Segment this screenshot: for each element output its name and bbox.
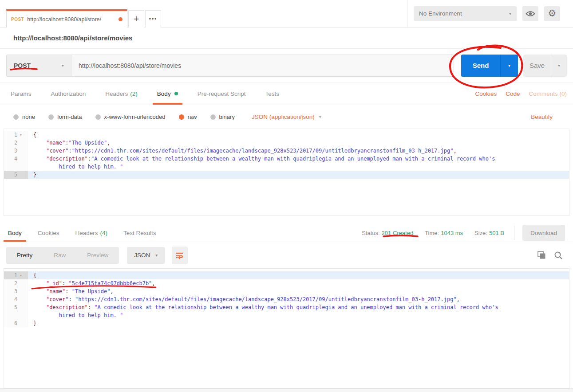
time-badge: Time:1043 ms	[425, 230, 463, 236]
open-request-tab[interactable]: POST http://localhost:8080/api/store/	[6, 9, 127, 27]
send-options-button[interactable]: ▾	[500, 55, 518, 77]
code-line: 6}	[4, 319, 569, 327]
body-type-raw[interactable]: raw	[179, 114, 197, 120]
url-builder-row: POST ▾ Send ▾ Save ▾	[0, 49, 573, 82]
line-number-gutter[interactable]: 1▾	[4, 131, 28, 139]
size-label: Size:	[474, 230, 487, 236]
size-value: 501 B	[489, 230, 504, 236]
line-number-gutter[interactable]: 1▾	[4, 271, 28, 279]
code-text: "name":"The Upside",	[28, 139, 569, 147]
plus-icon: +	[134, 13, 139, 25]
tab-options-button[interactable]: •••	[145, 10, 161, 27]
save-button[interactable]: Save	[523, 55, 551, 77]
code-line: 5 "description": "A comedic look at the …	[4, 303, 569, 311]
code-text: {	[28, 271, 569, 279]
environment-quick-look-button[interactable]	[522, 6, 538, 21]
copy-icon[interactable]	[537, 251, 546, 260]
response-tab-headers[interactable]: Headers(4)	[71, 224, 112, 242]
chevron-down-icon: ▾	[155, 253, 158, 258]
body-type-row: none form-data x-www-form-urlencoded raw…	[0, 105, 573, 129]
response-body-editor[interactable]: 1▾{2 "_id": "5c4e715fa74c07dbbb6ecb7b",3…	[4, 268, 569, 388]
tab-label: Body	[8, 230, 22, 236]
beautify-link[interactable]: Beautify	[531, 114, 553, 120]
body-type-form-data[interactable]: form-data	[48, 114, 82, 120]
cookies-link[interactable]: Cookies	[475, 90, 497, 97]
code-line: 3 "cover":"https://cdn1.thr.com/sites/de…	[4, 147, 569, 155]
request-body-editor[interactable]: 1▾{2 "name":"The Upside",3 "cover":"http…	[4, 129, 569, 216]
fold-caret-icon[interactable]: ▾	[17, 271, 24, 279]
text-cursor	[37, 172, 37, 178]
code-link[interactable]: Code	[506, 90, 520, 97]
code-line: 5}	[4, 171, 569, 179]
response-section-tabs: Body Cookies Headers(4) Test Results Sta…	[0, 224, 573, 242]
body-type-x-www-form-urlencoded[interactable]: x-www-form-urlencoded	[95, 114, 166, 120]
time-label: Time:	[425, 230, 439, 236]
view-raw[interactable]: Raw	[43, 247, 76, 264]
method-selector[interactable]: POST ▾	[7, 55, 71, 76]
section-gap	[0, 216, 573, 224]
request-tabs-strip: POST http://localhost:8080/api/store/ + …	[0, 0, 407, 27]
content-type-selector[interactable]: JSON (application/json) ▾	[252, 114, 321, 120]
divider	[514, 226, 514, 240]
code-line: hired to help him. "	[4, 163, 569, 171]
chevron-down-icon: ▾	[319, 114, 321, 119]
tab-tests[interactable]: Tests	[261, 82, 284, 105]
response-tab-body[interactable]: Body	[4, 224, 26, 242]
save-options-button[interactable]: ▾	[551, 55, 567, 77]
code-text: "name": "The Upside",	[28, 287, 569, 295]
url-input[interactable]	[71, 55, 454, 76]
tab-params[interactable]: Params	[6, 82, 36, 105]
language-label: JSON	[134, 252, 150, 259]
line-number-gutter: 3	[4, 287, 28, 295]
radio-label: raw	[188, 114, 197, 120]
code-line: 3 "name": "The Upside",	[4, 287, 569, 295]
status-label: Status:	[362, 230, 379, 236]
radio-icon	[210, 114, 216, 120]
response-tab-cookies[interactable]: Cookies	[33, 224, 64, 242]
tab-label: Test Results	[123, 230, 156, 236]
radio-icon	[179, 114, 184, 120]
comments-link[interactable]: Comments (0)	[529, 90, 567, 97]
tab-label: Body	[157, 90, 171, 97]
search-icon[interactable]	[553, 251, 563, 260]
line-number-gutter: 5	[4, 303, 28, 311]
settings-button[interactable]: ⚙	[544, 6, 560, 21]
code-text: hired to help him. "	[28, 311, 569, 319]
tab-label: Pre-request Script	[198, 90, 246, 97]
line-number-gutter: 6	[4, 319, 28, 327]
view-preview[interactable]: Preview	[76, 247, 119, 264]
new-tab-button[interactable]: +	[128, 10, 144, 27]
tab-body[interactable]: Body	[153, 82, 182, 105]
send-button[interactable]: Send	[461, 55, 500, 77]
environment-selector[interactable]: No Environment ▾	[414, 6, 517, 21]
line-number-gutter: 4	[4, 155, 28, 163]
wrap-lines-button[interactable]	[172, 247, 188, 264]
chevron-down-icon: ▾	[558, 63, 560, 68]
code-line: 2 "_id": "5c4e715fa74c07dbbb6ecb7b",	[4, 279, 569, 287]
method-label: POST	[14, 62, 31, 69]
radio-icon	[48, 114, 54, 120]
response-tab-test-results[interactable]: Test Results	[119, 224, 161, 242]
radio-label: form-data	[57, 114, 82, 120]
response-tools	[537, 251, 563, 260]
view-pretty[interactable]: Pretty	[6, 247, 43, 264]
response-format-row: Pretty Raw Preview JSON ▾	[0, 242, 573, 268]
status-value: 201 Created	[382, 230, 414, 236]
response-headers-count-badge: (4)	[100, 230, 108, 236]
code-text: {	[28, 131, 569, 139]
tab-headers[interactable]: Headers(2)	[101, 82, 142, 105]
response-meta: Status:201 Created Time:1043 ms Size:501…	[350, 225, 569, 241]
fold-caret-icon[interactable]: ▾	[17, 131, 24, 139]
eye-icon	[526, 10, 535, 17]
code-text: "cover":"https://cdn1.thr.com/sites/defa…	[28, 147, 569, 155]
response-language-selector[interactable]: JSON ▾	[127, 247, 165, 264]
request-title-strip: http://localhost:8080/api/store/movies	[0, 27, 573, 49]
status-badge: Status:201 Created	[362, 230, 413, 236]
download-button[interactable]: Download	[522, 225, 565, 241]
tab-authorization[interactable]: Authorization	[47, 82, 91, 105]
content-type-label: JSON (application/json)	[252, 114, 315, 120]
tab-pre-request-script[interactable]: Pre-request Script	[193, 82, 250, 105]
body-type-none[interactable]: none	[13, 114, 35, 120]
code-line: 4 "cover": "https://cdn1.thr.com/sites/d…	[4, 295, 569, 303]
body-type-binary[interactable]: binary	[210, 114, 235, 120]
